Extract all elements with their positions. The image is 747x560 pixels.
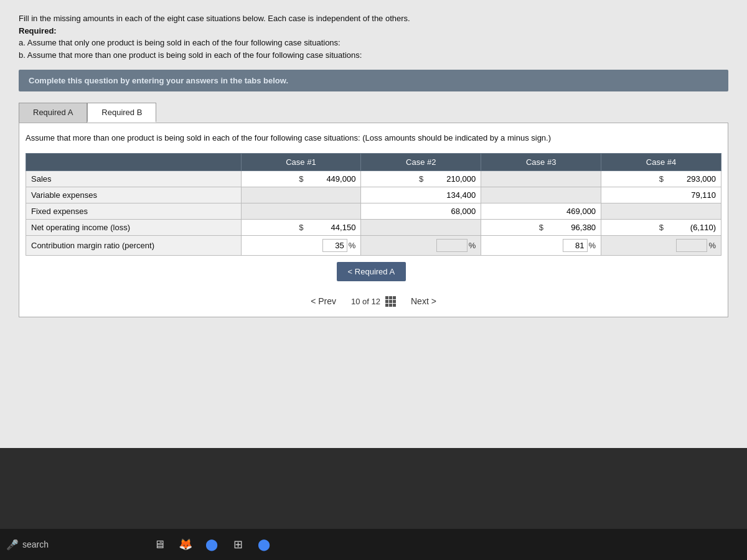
row-label-fixed: Fixed expenses [26, 203, 242, 219]
cell-variable-c1[interactable] [241, 187, 361, 203]
next-label: Next > [411, 296, 436, 306]
cell-variable-c4[interactable] [601, 187, 721, 203]
nav-bar: < Prev 10 of 12 Next > [26, 292, 721, 310]
input-sales-c1[interactable] [306, 174, 355, 184]
input-fixed-c3[interactable] [546, 207, 596, 216]
tabs-row: Required A Required B [19, 103, 728, 123]
taskbar-icon-chrome2[interactable]: ⬤ [254, 534, 274, 554]
complete-box: Complete this question by entering your … [19, 70, 728, 91]
tab-content: Assume that more than one product is bei… [19, 123, 728, 317]
search-label: search [22, 539, 49, 549]
cell-cmr-c1[interactable]: 35 % [241, 235, 361, 255]
taskbar-search[interactable]: 🎤 search [6, 539, 143, 551]
col-header-label [26, 153, 242, 170]
cell-fixed-c1[interactable] [241, 203, 361, 219]
col-header-case2: Case #2 [361, 153, 481, 170]
tab-description: Assume that more than one product is bei… [26, 132, 721, 144]
row-label-net: Net operating income (loss) [26, 219, 242, 235]
required-b-btn-area: < Required A Required B > [26, 262, 721, 281]
instruction-line1: Fill in the missing amounts in each of t… [19, 12, 728, 25]
input-fixed-c2[interactable] [426, 207, 476, 216]
required-label: Required: [19, 26, 57, 35]
input-fixed-c1[interactable] [306, 207, 355, 216]
cell-sales-c2[interactable]: $ [361, 170, 481, 187]
next-button[interactable]: Next > [411, 296, 436, 306]
cell-cmr-c4[interactable]: % [601, 235, 721, 255]
chrome-icon: ⬤ [205, 538, 218, 551]
row-label-variable: Variable expenses [26, 187, 242, 203]
grid-icon[interactable] [385, 296, 396, 307]
page-info: 10 of 12 [351, 296, 396, 307]
cell-variable-c2[interactable] [361, 187, 481, 203]
cell-cmr-c3[interactable]: 81 % [481, 235, 601, 255]
input-variable-c4[interactable] [666, 190, 716, 200]
cell-variable-c3[interactable] [481, 187, 601, 203]
apps-icon: ⊞ [233, 538, 243, 551]
input-sales-c3[interactable] [546, 174, 596, 184]
table-row: Contribution margin ratio (percent) 35 %… [26, 235, 721, 255]
row-label-cmr: Contribution margin ratio (percent) [26, 235, 242, 255]
complete-box-text: Complete this question by entering your … [29, 76, 288, 85]
table-row: Net operating income (loss) $ [26, 219, 721, 235]
prev-button[interactable]: < Prev [311, 296, 336, 306]
taskbar: 🎤 search 🖥 🦊 ⬤ ⊞ ⬤ [0, 529, 747, 560]
taskbar-icon-apps[interactable]: ⊞ [228, 534, 248, 554]
tab-required-a[interactable]: Required A [19, 103, 87, 123]
page-counter: 10 of 12 [351, 297, 380, 306]
table-row: Sales $ $ [26, 170, 721, 187]
required-a-button[interactable]: < Required A [337, 262, 406, 281]
input-variable-c2[interactable] [426, 190, 476, 200]
input-fixed-c4[interactable] [666, 207, 716, 216]
input-net-c3[interactable] [546, 223, 596, 232]
firefox-icon: 🦊 [179, 538, 192, 551]
cell-fixed-c3[interactable] [481, 203, 601, 219]
cell-net-c3[interactable]: $ [481, 219, 601, 235]
tab-required-b[interactable]: Required B [87, 103, 156, 123]
input-net-c2[interactable] [426, 223, 476, 232]
instruction-line3: b. Assume that more than one product is … [19, 50, 362, 60]
monitor-icon: 🖥 [154, 538, 165, 551]
instructions-block: Fill in the missing amounts in each of t… [19, 12, 728, 61]
table-row: Fixed expenses [26, 203, 721, 219]
cell-fixed-c2[interactable] [361, 203, 481, 219]
prev-label: < Prev [311, 296, 336, 306]
cell-sales-c3[interactable] [481, 170, 601, 187]
input-cmr-c4[interactable] [676, 239, 707, 252]
data-table: Case #1 Case #2 Case #3 Case #4 Sales $ [26, 153, 721, 256]
cell-cmr-c2[interactable]: % [361, 235, 481, 255]
row-label-sales: Sales [26, 170, 242, 187]
cell-net-c4[interactable]: $ [601, 219, 721, 235]
cell-sales-c4[interactable]: $ [601, 170, 721, 187]
taskbar-icon-chrome[interactable]: ⬤ [202, 534, 222, 554]
input-net-c1[interactable] [306, 223, 355, 232]
instruction-line2: a. Assume that only one product is being… [19, 38, 341, 47]
cell-net-c2[interactable] [361, 219, 481, 235]
cell-fixed-c4[interactable] [601, 203, 721, 219]
input-variable-c3[interactable] [546, 190, 596, 200]
taskbar-icon-monitor[interactable]: 🖥 [149, 534, 169, 554]
table-row: Variable expenses [26, 187, 721, 203]
chrome2-icon: ⬤ [258, 538, 270, 551]
cell-sales-c1[interactable]: $ [241, 170, 361, 187]
mic-icon: 🎤 [6, 539, 19, 551]
input-sales-c4[interactable] [666, 174, 716, 184]
col-header-case4: Case #4 [601, 153, 721, 170]
cell-net-c1[interactable]: $ [241, 219, 361, 235]
taskbar-icon-firefox[interactable]: 🦊 [176, 534, 195, 554]
col-header-case3: Case #3 [481, 153, 601, 170]
input-sales-c2[interactable] [426, 174, 476, 184]
input-variable-c1[interactable] [306, 190, 355, 200]
col-header-case1: Case #1 [241, 153, 361, 170]
input-cmr-c2[interactable] [436, 239, 467, 252]
input-net-c4[interactable] [666, 223, 716, 232]
